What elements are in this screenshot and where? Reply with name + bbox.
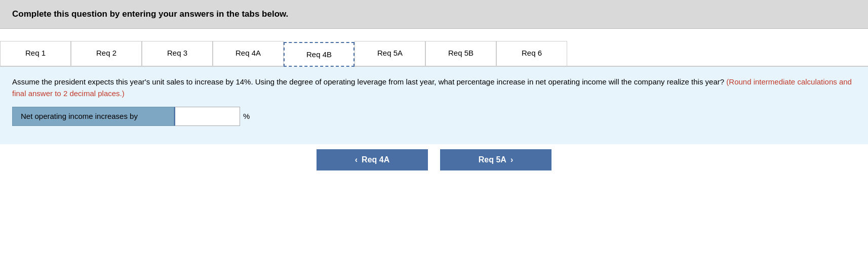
content-area: Assume the president expects this year's…: [0, 67, 868, 144]
tab-req5a[interactable]: Req 5A: [354, 41, 425, 66]
tab-req5b[interactable]: Req 5B: [425, 41, 496, 66]
answer-row: Net operating income increases by %: [12, 107, 856, 126]
percent-symbol: %: [243, 112, 250, 120]
tabs-row: Req 1 Req 2 Req 3 Req 4A Req 4B Req 5A R…: [0, 41, 868, 67]
answer-label: Net operating income increases by: [12, 107, 174, 126]
prev-button[interactable]: ‹ Req 4A: [317, 149, 428, 170]
next-button-label: Req 5A: [479, 155, 506, 164]
tab-req1[interactable]: Req 1: [0, 41, 71, 66]
header-bar: Complete this question by entering your …: [0, 0, 868, 29]
net-operating-income-input[interactable]: [174, 107, 240, 126]
question-text: Assume the president expects this year's…: [12, 76, 856, 100]
buttons-row: ‹ Req 4A Req 5A ›: [0, 144, 868, 180]
spacer: [0, 29, 868, 36]
prev-icon: ‹: [355, 155, 358, 164]
tab-req4b[interactable]: Req 4B: [284, 42, 354, 67]
question-text-main: Assume the president expects this year's…: [12, 77, 724, 86]
prev-button-label: Req 4A: [362, 155, 389, 164]
tab-req4a[interactable]: Req 4A: [213, 41, 284, 66]
tab-req2[interactable]: Req 2: [71, 41, 142, 66]
tab-req3[interactable]: Req 3: [142, 41, 213, 66]
tab-req6[interactable]: Req 6: [496, 41, 567, 66]
next-button[interactable]: Req 5A ›: [440, 149, 551, 170]
page-title: Complete this question by entering your …: [12, 9, 288, 19]
next-icon: ›: [510, 155, 513, 164]
